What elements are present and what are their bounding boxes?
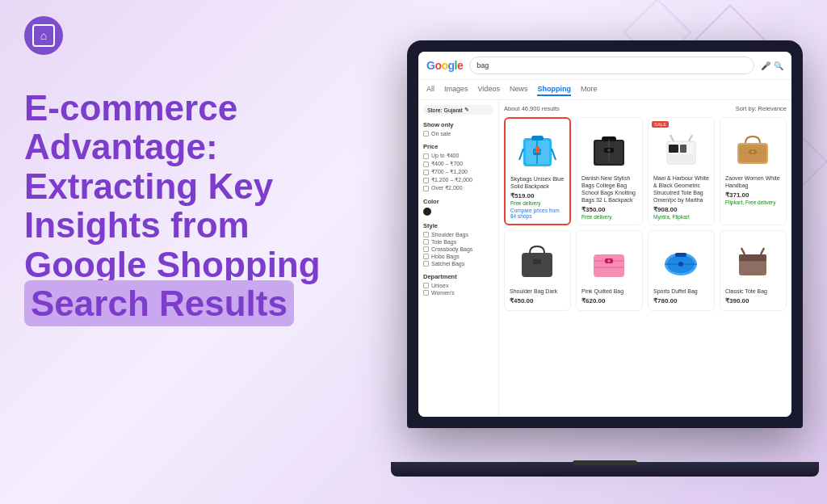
product-card-2[interactable]: Danish New Stylish Bags College Bag Scho… — [576, 117, 643, 225]
search-icons: 🎤 🔍 — [761, 61, 783, 70]
title-line5: Google Shopping — [24, 245, 321, 284]
svg-point-32 — [608, 259, 611, 262]
product-image-6 — [581, 236, 637, 284]
product-card-6[interactable]: Pink Quilted Bag ₹620.00 — [576, 230, 643, 311]
title-line3: Extracting Key — [24, 166, 273, 206]
tab-all[interactable]: All — [426, 83, 434, 96]
on-sale-checkbox[interactable] — [423, 131, 429, 136]
product-card-3[interactable]: SALE — [648, 117, 715, 225]
title-highlight: Search Results — [24, 280, 294, 326]
product-delivery-4: Flipkart, Free delivery — [725, 200, 781, 205]
price-range-2[interactable]: ₹400 – ₹700 — [423, 161, 493, 167]
search-bar[interactable]: bag — [469, 57, 754, 74]
pink-bag-svg — [587, 238, 632, 283]
laptop-mockup: Google bag 🎤 🔍 All Images Videos News — [391, 40, 811, 477]
product-delivery-3: Myntra, Flipkart — [653, 214, 709, 220]
edit-icon[interactable]: ✎ — [464, 107, 469, 113]
svg-point-14 — [607, 149, 611, 152]
tab-shopping[interactable]: Shopping — [537, 83, 571, 96]
product-name-6: Pink Quilted Bag — [581, 288, 637, 295]
title-line4: Insights from — [24, 205, 250, 245]
svg-rect-8 — [535, 146, 539, 153]
product-price-5: ₹450.00 — [510, 297, 565, 304]
style-cb-crossbody[interactable] — [423, 246, 429, 252]
laptop-body: Google bag 🎤 🔍 All Images Videos News — [407, 40, 803, 428]
tab-videos[interactable]: Videos — [478, 83, 500, 96]
product-name-2: Danish New Stylish Bags College Bag Scho… — [581, 174, 637, 204]
on-sale-filter[interactable]: On sale — [423, 131, 493, 136]
product-image-5 — [510, 236, 565, 284]
dept-cb-unisex[interactable] — [423, 283, 429, 288]
products-grid-row1: Skybags Unisex Blue Solid Backpack ₹519.… — [504, 117, 787, 225]
product-price-6: ₹620.00 — [581, 297, 637, 304]
price-cb-4[interactable] — [423, 178, 429, 183]
product-card-5[interactable]: Shoulder Bag Dark ₹450.00 — [504, 230, 571, 311]
product-card-8[interactable]: Classic Tote Bag ₹390.00 — [720, 230, 787, 311]
search-icon[interactable]: 🔍 — [774, 61, 783, 70]
style-cb-tote[interactable] — [423, 239, 429, 245]
style-cb-shoulder[interactable] — [423, 232, 429, 237]
svg-rect-26 — [522, 253, 552, 277]
svg-rect-41 — [739, 254, 766, 261]
dept-unisex[interactable]: Unisex — [423, 283, 493, 288]
svg-point-37 — [678, 262, 683, 267]
price-cb-5[interactable] — [423, 186, 429, 191]
product-card-7[interactable]: Sports Duffel Bag ₹780.00 — [648, 230, 715, 311]
price-cb-1[interactable] — [423, 153, 429, 159]
svg-line-6 — [552, 149, 556, 160]
svg-line-17 — [689, 135, 692, 141]
dark-bag-svg — [515, 238, 560, 283]
style-hobo[interactable]: Hobo Bags — [423, 254, 493, 259]
price-range-4[interactable]: ₹1,200 – ₹2,000 — [423, 177, 493, 183]
sale-badge-3: SALE — [652, 121, 669, 128]
style-cb-hobo[interactable] — [423, 254, 429, 259]
price-range-5[interactable]: Over ₹2,000 — [423, 185, 493, 191]
svg-rect-20 — [669, 154, 694, 162]
product-image-3 — [653, 123, 709, 171]
style-satchel[interactable]: Satchel Bags — [423, 261, 493, 267]
product-image-7 — [653, 236, 709, 284]
tab-images[interactable]: Images — [444, 83, 468, 96]
product-name-8: Classic Tote Bag — [725, 288, 781, 295]
product-delivery-2: Free delivery — [581, 214, 637, 220]
price-range-3[interactable]: ₹700 – ₹1,200 — [423, 169, 493, 175]
price-section-title: Price — [423, 143, 493, 150]
sidebar: Store: Gujarat ✎ Show only On sale — [418, 100, 499, 417]
compare-link-1[interactable]: Compare prices from 84 shops — [510, 208, 565, 219]
mic-icon[interactable]: 🎤 — [761, 61, 770, 70]
price-cb-3[interactable] — [423, 170, 429, 175]
style-shoulder[interactable]: Shoulder Bags — [423, 232, 493, 237]
product-delivery-1: Free delivery — [510, 200, 565, 206]
sort-label[interactable]: Sort by: Relevance — [736, 105, 787, 112]
google-logo: Google — [426, 59, 463, 72]
title-line1: E-commerce — [24, 88, 237, 128]
tab-more[interactable]: More — [581, 83, 598, 96]
on-sale-label: On sale — [431, 131, 451, 136]
sidebar-location: Store: Gujarat ✎ — [423, 105, 493, 115]
style-cb-satchel[interactable] — [423, 261, 429, 267]
price-cb-2[interactable] — [423, 162, 429, 167]
product-name-7: Sports Duffel Bag — [653, 288, 709, 295]
svg-rect-2 — [531, 136, 544, 141]
sports-bag-svg — [659, 238, 703, 283]
product-card-4[interactable]: Zaover Women White Handbag ₹371.00 Flipk… — [720, 117, 787, 225]
color-section-title: Color — [423, 198, 493, 205]
laptop-hinge — [573, 460, 637, 465]
svg-rect-18 — [669, 145, 678, 153]
tab-news[interactable]: News — [510, 83, 528, 96]
dept-womens[interactable]: Women's — [423, 290, 493, 296]
product-card-1[interactable]: Skybags Unisex Blue Solid Backpack ₹519.… — [504, 117, 571, 225]
price-range-1[interactable]: Up to ₹400 — [423, 153, 493, 159]
results-count: About 46,900 results — [504, 105, 560, 112]
dept-cb-womens[interactable] — [423, 290, 429, 296]
product-name-4: Zaover Women White Handbag — [725, 174, 781, 189]
products-grid-row2: Shoulder Bag Dark ₹450.00 — [504, 230, 787, 311]
product-name-1: Skybags Unisex Blue Solid Backpack — [510, 175, 565, 190]
style-crossbody[interactable]: Crossbody Bags — [423, 246, 493, 252]
color-black[interactable] — [423, 208, 493, 216]
product-price-4: ₹371.00 — [725, 191, 781, 199]
google-header: Google bag 🎤 🔍 — [418, 52, 791, 80]
location-text: Store: Gujarat — [427, 107, 463, 113]
brand-logo[interactable] — [24, 16, 63, 55]
style-tote[interactable]: Tote Bags — [423, 239, 493, 245]
